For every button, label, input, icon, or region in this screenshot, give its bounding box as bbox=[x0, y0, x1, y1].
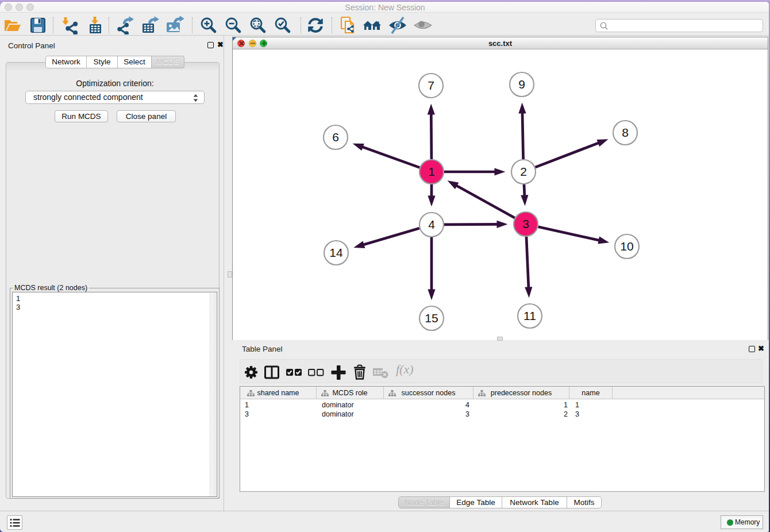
svg-text:8: 8 bbox=[622, 126, 629, 139]
svg-text:10: 10 bbox=[620, 240, 633, 253]
svg-text:6: 6 bbox=[332, 130, 339, 144]
svg-text:1: 1 bbox=[428, 165, 435, 178]
svg-text:3: 3 bbox=[522, 217, 529, 230]
svg-text:4: 4 bbox=[428, 218, 435, 231]
svg-text:14: 14 bbox=[329, 246, 343, 259]
svg-text:15: 15 bbox=[425, 311, 438, 325]
svg-text:9: 9 bbox=[518, 78, 525, 91]
svg-text:2: 2 bbox=[520, 165, 527, 178]
svg-text:11: 11 bbox=[523, 309, 536, 322]
svg-text:7: 7 bbox=[428, 79, 434, 92]
